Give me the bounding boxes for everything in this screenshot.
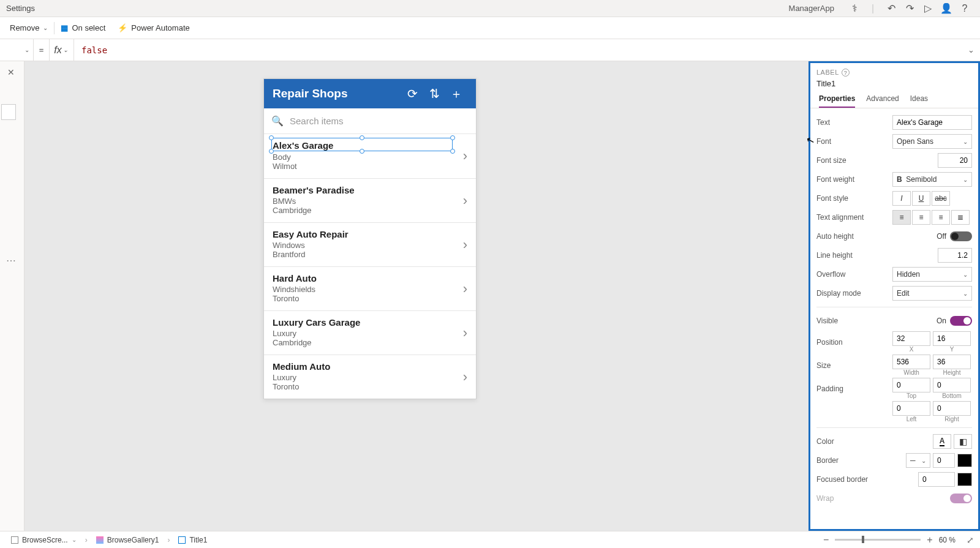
- align-center-button[interactable]: ≡: [912, 210, 930, 225]
- powerautomate-button[interactable]: ⚡ Power Automate: [111, 17, 195, 39]
- align-left-button[interactable]: ≡: [892, 210, 911, 225]
- font-select[interactable]: Open Sans: [892, 134, 972, 149]
- textalign-label: Text alignment: [816, 213, 889, 222]
- info-icon[interactable]: ?: [842, 69, 850, 77]
- border-width-input[interactable]: [933, 453, 955, 468]
- text-input[interactable]: [892, 115, 972, 130]
- position-x-input[interactable]: [892, 331, 930, 346]
- undo-icon[interactable]: ↶: [882, 2, 900, 14]
- zoom-slider[interactable]: [835, 539, 921, 541]
- wrap-label: Wrap: [816, 494, 889, 503]
- focusedborder-color-swatch[interactable]: [957, 473, 972, 486]
- tree-stub[interactable]: [1, 104, 16, 120]
- underline-button[interactable]: U: [912, 191, 930, 206]
- item-title[interactable]: Alex's Garage: [273, 140, 333, 151]
- properties-pane: LABEL? Title1 Properties Advanced Ideas …: [809, 61, 980, 531]
- zoom-in-button[interactable]: +: [927, 535, 932, 546]
- control-name: Title1: [816, 79, 972, 88]
- tab-properties[interactable]: Properties: [819, 94, 855, 108]
- close-tree-icon[interactable]: ✕: [7, 67, 15, 77]
- list-item[interactable]: Luxury Cars Garage Luxury Cambridge ›: [264, 311, 476, 355]
- padding-bottom-input[interactable]: [933, 378, 971, 392]
- search-bar[interactable]: 🔍 Search items: [264, 108, 476, 134]
- list-item[interactable]: Beamer's Paradise BMWs Cambridge ›: [264, 179, 476, 223]
- fill-color-button[interactable]: ◧: [954, 434, 972, 449]
- fx-button[interactable]: fx⌄: [50, 39, 74, 61]
- align-right-button[interactable]: ≡: [932, 210, 950, 225]
- item-subtitle: Windshields: [273, 285, 467, 294]
- property-dropdown[interactable]: ⌄: [0, 39, 34, 61]
- chevron-right-icon[interactable]: ›: [463, 369, 467, 385]
- chevron-right-icon[interactable]: ›: [463, 148, 467, 164]
- sort-icon[interactable]: ⇅: [423, 86, 445, 101]
- refresh-icon[interactable]: ⟳: [401, 86, 423, 101]
- breadcrumb-sep: ›: [85, 536, 88, 544]
- align-justify-button[interactable]: ≣: [951, 210, 970, 225]
- formula-input[interactable]: false: [74, 45, 962, 55]
- breadcrumb-screen[interactable]: BrowseScre... ⌄: [6, 536, 81, 544]
- size-h-input[interactable]: [933, 355, 971, 369]
- fontweight-label: Font weight: [816, 175, 889, 184]
- focusedborder-width-input[interactable]: [918, 472, 955, 487]
- phone-preview: Repair Shops ⟳ ⇅ ＋ 🔍 Search items Alex's…: [263, 78, 477, 399]
- expand-formula-icon[interactable]: ⌄: [962, 45, 980, 54]
- fontsize-input[interactable]: [938, 153, 972, 168]
- border-style-select[interactable]: ─: [906, 453, 930, 468]
- powerautomate-label: Power Automate: [131, 23, 189, 32]
- visible-toggle[interactable]: [950, 316, 972, 326]
- app-checker-icon[interactable]: ⚕: [845, 2, 864, 14]
- overflow-select[interactable]: Hidden: [892, 267, 972, 282]
- chevron-right-icon[interactable]: ›: [463, 193, 467, 209]
- breadcrumb-control[interactable]: Title1: [173, 536, 212, 544]
- play-icon[interactable]: ▷: [919, 2, 937, 14]
- breadcrumb-gallery[interactable]: BrowseGallery1: [91, 536, 164, 544]
- equals-label: =: [34, 39, 50, 61]
- formula-bar: ⌄ = fx⌄ false ⌄: [0, 39, 980, 61]
- remove-label: Remove: [10, 23, 39, 32]
- autoheight-toggle[interactable]: [950, 231, 972, 241]
- label-icon: [178, 536, 186, 544]
- border-color-swatch[interactable]: [957, 454, 972, 467]
- zoom-value: 60 %: [939, 536, 956, 544]
- list-item[interactable]: Alex's Garage Body Wilmot ›: [264, 134, 476, 179]
- item-body: Cambridge: [273, 206, 467, 215]
- italic-button[interactable]: I: [892, 191, 911, 206]
- wrap-toggle[interactable]: [950, 494, 972, 503]
- lineheight-input[interactable]: [938, 248, 972, 263]
- item-body: Cambridge: [273, 338, 467, 347]
- item-title: Luxury Cars Garage: [273, 317, 467, 328]
- redo-icon[interactable]: ↷: [900, 2, 919, 14]
- canvas[interactable]: Repair Shops ⟳ ⇅ ＋ 🔍 Search items Alex's…: [24, 61, 809, 531]
- tab-advanced[interactable]: Advanced: [866, 94, 899, 108]
- remove-button[interactable]: Remove ⌄: [4, 17, 54, 39]
- add-icon[interactable]: ＋: [445, 86, 467, 102]
- list-item[interactable]: Hard Auto Windshields Toronto ›: [264, 267, 476, 311]
- list-item[interactable]: Easy Auto Repair Windows Brantford ›: [264, 223, 476, 267]
- padding-right-input[interactable]: [933, 401, 971, 416]
- size-label: Size: [816, 361, 889, 370]
- displaymode-select[interactable]: Edit: [892, 286, 972, 301]
- list-item[interactable]: Medium Auto Luxury Toronto ›: [264, 355, 476, 399]
- fontweight-select[interactable]: B Semibold: [892, 172, 972, 187]
- powerautomate-icon: ⚡: [118, 23, 127, 32]
- strike-button[interactable]: abc: [932, 191, 950, 206]
- chevron-right-icon[interactable]: ›: [463, 281, 467, 297]
- divider: |: [864, 3, 882, 14]
- font-color-button[interactable]: A: [933, 434, 951, 449]
- chevron-right-icon[interactable]: ›: [463, 237, 467, 253]
- onselect-button[interactable]: ▦ On select: [55, 17, 111, 39]
- tree-more-icon[interactable]: ⋯: [6, 255, 17, 266]
- padding-top-input[interactable]: [892, 378, 930, 392]
- share-icon[interactable]: 👤: [937, 2, 956, 14]
- search-placeholder: Search items: [290, 116, 469, 126]
- position-y-input[interactable]: [933, 331, 971, 346]
- help-icon[interactable]: ?: [956, 3, 974, 14]
- tab-ideas[interactable]: Ideas: [910, 94, 928, 108]
- padding-left-input[interactable]: [892, 401, 930, 416]
- size-w-input[interactable]: [892, 355, 930, 369]
- fit-screen-icon[interactable]: ⤢: [967, 535, 974, 545]
- item-body: Wilmot: [273, 162, 467, 171]
- chevron-right-icon[interactable]: ›: [463, 325, 467, 341]
- app-header: Repair Shops ⟳ ⇅ ＋: [264, 79, 476, 108]
- zoom-out-button[interactable]: −: [823, 535, 829, 546]
